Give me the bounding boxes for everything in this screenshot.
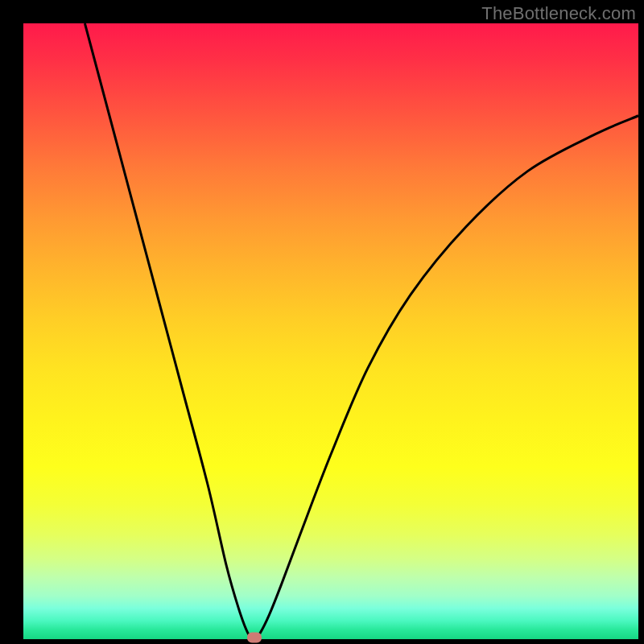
plot-area [23,23,638,639]
chart-container: TheBottleneck.com [0,0,644,644]
curve-path [85,23,638,639]
bottleneck-curve [23,23,638,639]
optimal-point-marker [247,632,262,642]
watermark-text: TheBottleneck.com [481,3,636,24]
